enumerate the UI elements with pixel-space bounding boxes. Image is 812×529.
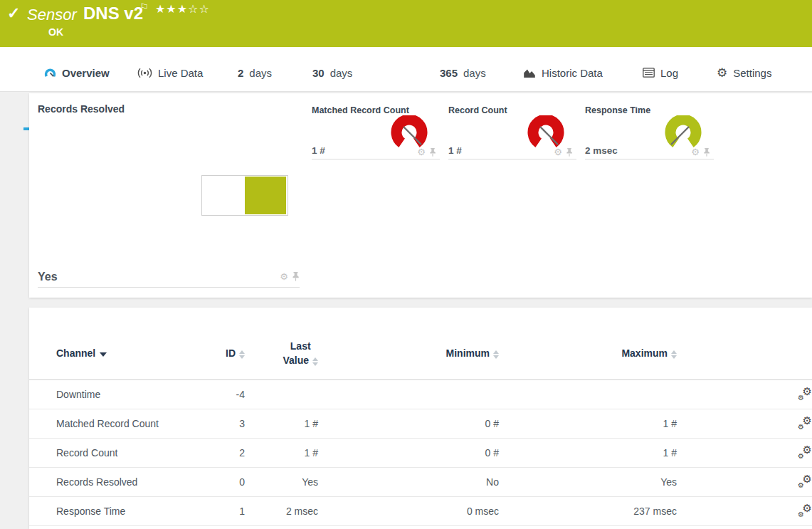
status-ok-check-icon: ✓ [7,4,20,23]
gauge-value: 2 msec [585,145,618,156]
tab-30-days[interactable]: 30 days [312,47,352,91]
overview-panel: Records Resolved Yes ⚙ Matched Record Co… [29,93,812,298]
pin-icon[interactable] [703,148,710,157]
cell-channel: Matched Record Count [29,409,189,438]
star-icon[interactable]: ★ [155,3,166,15]
gauge-value: 1 # [448,145,462,156]
priority-stars[interactable]: ★★★☆☆ [155,2,210,16]
cell-id: 2 [189,438,245,467]
column-header-minimum-label: Minimum [446,347,490,359]
tab-overview[interactable]: Overview [44,47,110,91]
gauge-label: Matched Record Count [312,105,409,115]
primary-channel-title: Records Resolved [38,103,125,115]
pin-icon[interactable] [429,148,436,157]
column-header-actions [677,308,812,379]
tab-30-days-number: 30 [312,67,325,79]
cell-last-value: 1 # [245,438,318,467]
sort-arrows-icon [239,350,245,359]
gauge-widget-record-count: Record Count 1 # ⚙ [448,105,576,159]
pin-icon[interactable] [292,272,300,281]
tab-365-days[interactable]: 365 days [440,47,486,91]
sensor-status-bar: ✓ Sensor DNS v2 ⚐ ★★★☆☆ OK [0,0,812,47]
channel-settings-icon[interactable]: ⚙⚙ [798,445,812,458]
sensor-name: DNS v2 [83,4,143,23]
gauge-widget-response-time: Response Time 2 msec ⚙ [585,105,714,159]
table-row: Matched Record Count 3 1 # 0 # 1 # ⚙⚙ [29,409,812,438]
channel-table-panel: Channel ID Last Value Minimum Maximum [29,308,812,529]
widget-gear-icon[interactable]: ⚙ [280,272,288,281]
gauge-value: 1 # [312,145,325,156]
cell-maximum [499,379,677,409]
cell-id: 0 [189,467,245,496]
star-icon[interactable]: ☆ [188,3,199,15]
cell-id: 3 [189,409,245,438]
gauge-label: Record Count [448,105,507,115]
cell-minimum: 0 msec [318,496,499,525]
tab-historic-data-label: Historic Data [542,67,603,79]
cell-channel: Record Count [29,438,189,467]
tab-2-days-label: days [249,67,272,79]
column-header-id[interactable]: ID [189,308,245,379]
column-header-last-value[interactable]: Last Value [245,308,318,379]
gauge-widget-actions: ⚙ [554,147,573,157]
widget-gear-icon[interactable]: ⚙ [554,147,562,157]
tab-log[interactable]: Log [643,47,678,91]
cell-channel: Records Resolved [29,467,189,496]
tab-historic-data[interactable]: Historic Data [523,47,603,91]
cell-actions: ⚙⚙ [677,496,812,525]
cell-minimum: No [318,467,499,496]
sensor-status-text: OK [48,26,63,38]
live-data-icon [137,68,152,78]
gauge-widget-matched-record-count: Matched Record Count 1 # ⚙ [312,105,440,159]
column-header-channel-label: Channel [56,347,95,359]
boolean-indicator-on-segment [245,177,286,214]
sort-arrows-icon [671,350,677,359]
column-header-maximum[interactable]: Maximum [499,308,677,379]
gauge-widget-actions: ⚙ [417,147,436,157]
widget-gear-icon[interactable]: ⚙ [417,147,426,157]
table-row: Records Resolved 0 Yes No Yes ⚙⚙ [29,467,812,496]
tab-365-days-number: 365 [440,67,458,79]
log-icon [643,68,655,78]
tab-2-days[interactable]: 2 days [238,47,272,91]
cell-channel: Response Time [29,496,189,525]
tab-live-data[interactable]: Live Data [137,47,203,91]
gauge-icon [44,68,56,78]
cell-maximum: 1 # [499,438,677,467]
tab-live-data-label: Live Data [158,67,203,79]
tab-settings[interactable]: ⚙ Settings [717,47,771,91]
tab-log-label: Log [660,67,678,79]
cell-last-value: 1 # [245,409,318,438]
star-icon[interactable]: ☆ [199,3,209,15]
star-icon[interactable]: ★ [166,3,176,15]
table-row: Downtime -4 ⚙⚙ [29,379,812,409]
pin-icon[interactable] [566,148,573,157]
widget-gear-icon[interactable]: ⚙ [691,147,700,157]
cell-maximum: 237 msec [499,496,677,525]
tab-bar: Overview Live Data 2 days 30 days 365 da… [0,47,812,92]
column-header-id-label: ID [226,347,236,359]
tab-365-days-label: days [463,67,486,79]
gauge-label: Response Time [585,105,650,115]
primary-channel-value: Yes [38,271,58,283]
historic-data-icon [523,68,536,78]
star-icon[interactable]: ★ [177,3,188,15]
channel-settings-icon[interactable]: ⚙⚙ [798,474,812,487]
cell-channel: Downtime [29,379,189,409]
cell-minimum: 0 # [318,409,499,438]
cell-id: -4 [189,379,245,409]
sort-desc-icon [100,352,107,357]
sort-arrows-icon [312,357,318,366]
column-header-minimum[interactable]: Minimum [318,308,499,379]
cell-maximum: 1 # [499,409,677,438]
priority-flag-icon: ⚐ [139,1,149,13]
channel-settings-icon[interactable]: ⚙⚙ [798,387,812,399]
gauge-widget-actions: ⚙ [691,147,710,157]
column-header-maximum-label: Maximum [621,347,668,359]
column-header-channel[interactable]: Channel [29,308,189,379]
table-row: Response Time 1 2 msec 0 msec 237 msec ⚙… [29,496,812,525]
cell-actions: ⚙⚙ [677,409,812,438]
channel-settings-icon[interactable]: ⚙⚙ [798,503,812,516]
channel-settings-icon[interactable]: ⚙⚙ [798,416,812,429]
table-row: Record Count 2 1 # 0 # 1 # ⚙⚙ [29,438,812,467]
